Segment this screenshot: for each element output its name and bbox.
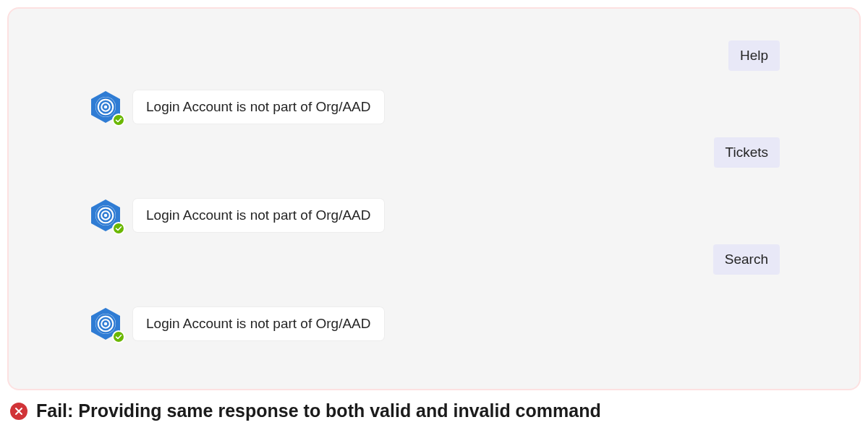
bot-avatar <box>88 198 123 233</box>
chip-label: Help <box>740 48 768 63</box>
bot-message-bubble: Login Account is not part of Org/AAD <box>133 307 384 340</box>
caption-text: Fail: Providing same response to both va… <box>36 400 601 421</box>
bot-message-bubble: Login Account is not part of Org/AAD <box>133 199 384 232</box>
user-chip-help[interactable]: Help <box>728 40 780 71</box>
chip-label: Tickets <box>726 145 768 160</box>
bot-avatar <box>88 90 123 124</box>
bot-message-row: Login Account is not part of Org/AAD <box>88 306 384 341</box>
bot-message-row: Login Account is not part of Org/AAD <box>88 198 384 233</box>
presence-available-icon <box>112 222 125 235</box>
user-chip-search[interactable]: Search <box>713 244 780 275</box>
bot-message-bubble: Login Account is not part of Org/AAD <box>133 90 384 124</box>
user-chip-tickets[interactable]: Tickets <box>714 137 780 168</box>
svg-point-6 <box>95 205 116 226</box>
caption-row: Fail: Providing same response to both va… <box>10 400 868 421</box>
bot-message-row: Login Account is not part of Org/AAD <box>88 90 384 124</box>
bot-message-text: Login Account is not part of Org/AAD <box>146 316 371 331</box>
svg-point-11 <box>95 314 116 334</box>
bot-message-text: Login Account is not part of Org/AAD <box>146 207 371 223</box>
example-panel: Help Tickets Search Login Account is not… <box>7 7 861 390</box>
svg-point-1 <box>95 97 116 117</box>
fail-x-icon <box>10 403 27 420</box>
presence-available-icon <box>112 113 125 126</box>
bot-message-text: Login Account is not part of Org/AAD <box>146 99 371 114</box>
presence-available-icon <box>112 330 125 343</box>
bot-avatar <box>88 306 123 341</box>
chip-label: Search <box>725 252 768 267</box>
